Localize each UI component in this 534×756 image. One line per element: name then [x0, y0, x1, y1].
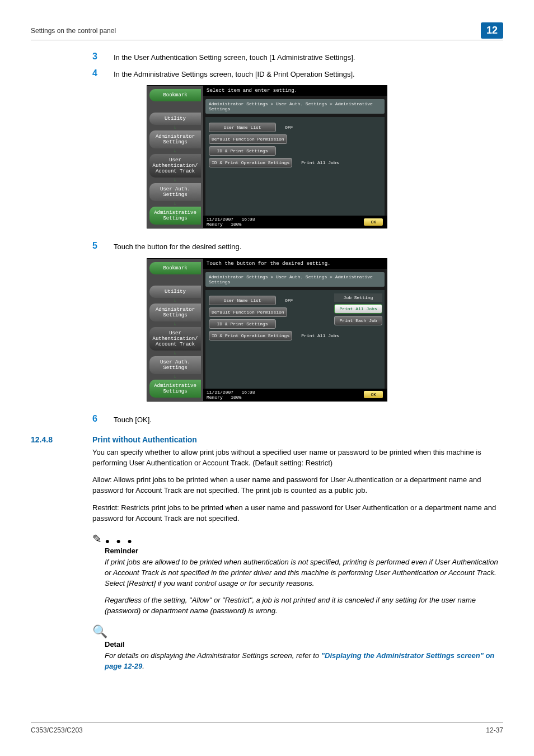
utility-tab[interactable]: Utility [149, 113, 201, 125]
step-number: 6 [92, 414, 114, 425]
arrow-down-icon: ↓ [149, 375, 201, 379]
id-print-operation-settings-button[interactable]: ID & Print Operation Settings [209, 331, 292, 340]
arrow-down-icon: ↓ [149, 299, 201, 302]
screen-banner: Select item and enter setting. [203, 86, 387, 96]
arrow-down-icon: ↓ [149, 179, 201, 182]
arrow-down-icon: ↓ [149, 150, 201, 153]
user-name-list-value: OFF [279, 125, 293, 130]
device-screenshot-2: Bookmark Utility ↓ Administrator Setting… [31, 258, 503, 402]
body-paragraph: Restrict: Restricts print jobs to be pri… [92, 503, 503, 524]
ellipsis-icon: • • • [105, 539, 133, 545]
user-name-list-button[interactable]: User Name List [209, 296, 276, 305]
pen-icon: ✎ [92, 532, 102, 545]
id-print-operation-value: Print All Jobs [296, 160, 339, 165]
arrow-down-icon: ↓ [149, 352, 201, 355]
user-auth-settings-tab[interactable]: User Auth. Settings [149, 183, 201, 201]
user-auth-settings-tab[interactable]: User Auth. Settings [149, 356, 201, 374]
ok-button[interactable]: OK [363, 390, 383, 399]
user-name-list-button[interactable]: User Name List [209, 123, 276, 132]
arrow-down-icon: ↓ [149, 202, 201, 206]
id-print-settings-button[interactable]: ID & Print Settings [209, 146, 276, 156]
section-heading: 12.4.8 Print without Authentication [31, 435, 503, 444]
step-5: 5 Touch the button for the desired setti… [92, 241, 503, 252]
administrator-settings-tab[interactable]: Administrator Settings [149, 130, 201, 148]
id-print-settings-button[interactable]: ID & Print Settings [209, 319, 276, 329]
detail-icon-row: 🔍 [92, 624, 503, 639]
id-print-operation-value: Print All Jobs [296, 333, 339, 338]
default-function-permission-button[interactable]: Default Function Permission [209, 134, 287, 144]
page-header: Settings on the control panel 12 [31, 22, 503, 40]
default-function-permission-button[interactable]: Default Function Permission [209, 307, 287, 317]
chapter-number: 12 [481, 22, 503, 39]
id-print-operation-settings-button[interactable]: ID & Print Operation Settings [209, 158, 292, 167]
breadcrumb: Administrator Settings > User Auth. Sett… [205, 272, 385, 287]
arrow-down-icon: ↓ [149, 126, 201, 129]
administrative-settings-tab[interactable]: Administrative Settings [149, 380, 201, 398]
step-text: In the Administrative Settings screen, t… [114, 68, 355, 80]
user-name-list-value: OFF [279, 298, 293, 303]
step-3: 3 In the User Authentication Setting scr… [92, 52, 503, 63]
user-auth-account-track-tab[interactable]: User Authentication/ Account Track [149, 327, 201, 351]
step-text: Touch [OK]. [114, 414, 152, 425]
print-all-jobs-option[interactable]: Print All Jobs [334, 304, 382, 314]
page-number: 12-37 [486, 726, 503, 734]
reminder-label: Reminder [105, 547, 503, 555]
footer-datetime: 11/21/2007 16:08 Memory 100% [207, 217, 255, 227]
step-text: In the User Authentication Setting scree… [114, 52, 355, 63]
step-number: 4 [92, 68, 114, 80]
body-paragraph: You can specify whether to allow print j… [92, 447, 503, 469]
administrator-settings-tab[interactable]: Administrator Settings [149, 304, 201, 321]
reminder-text: If print jobs are allowed to be printed … [105, 557, 503, 589]
footer-datetime: 11/21/2007 16:08 Memory 100% [207, 390, 255, 400]
step-text: Touch the button for the desired setting… [114, 241, 241, 252]
body-paragraph: Allow: Allows print jobs to be printed w… [92, 475, 503, 496]
magnifier-icon: 🔍 [92, 624, 107, 639]
detail-label: Detail [105, 640, 503, 648]
job-setting-panel: Job Setting Print All Jobs Print Each Jo… [334, 293, 382, 325]
ok-button[interactable]: OK [363, 218, 383, 226]
detail-text: For details on displaying the Administra… [105, 651, 503, 672]
step-number: 5 [92, 241, 114, 252]
utility-tab[interactable]: Utility [149, 286, 201, 298]
reminder-icon-row: ✎ • • • [92, 532, 503, 545]
reminder-text: Regardless of the setting, "Allow" or "R… [105, 595, 503, 617]
breadcrumb: Administrator Settings > User Auth. Sett… [205, 99, 385, 114]
bookmark-tab[interactable]: Bookmark [149, 89, 201, 101]
step-6: 6 Touch [OK]. [92, 414, 503, 425]
section-title: Print without Authentication [92, 435, 197, 444]
bookmark-tab[interactable]: Bookmark [149, 262, 201, 274]
step-number: 3 [92, 52, 114, 63]
device-screenshot-1: Bookmark Utility ↓ Administrator Setting… [31, 85, 503, 228]
job-setting-header: Job Setting [334, 293, 382, 302]
arrow-down-icon: ↓ [149, 323, 201, 326]
section-number: 12.4.8 [31, 435, 92, 444]
step-4: 4 In the Administrative Settings screen,… [92, 68, 503, 80]
print-each-job-option[interactable]: Print Each Job [334, 316, 382, 325]
screen-banner: Touch the button for the desired setting… [203, 259, 387, 269]
header-title: Settings on the control panel [31, 27, 116, 35]
model-number: C353/C253/C203 [31, 726, 83, 734]
administrative-settings-tab[interactable]: Administrative Settings [149, 207, 201, 225]
user-auth-account-track-tab[interactable]: User Authentication/ Account Track [149, 154, 201, 178]
page-footer: C353/C253/C203 12-37 [31, 722, 503, 734]
